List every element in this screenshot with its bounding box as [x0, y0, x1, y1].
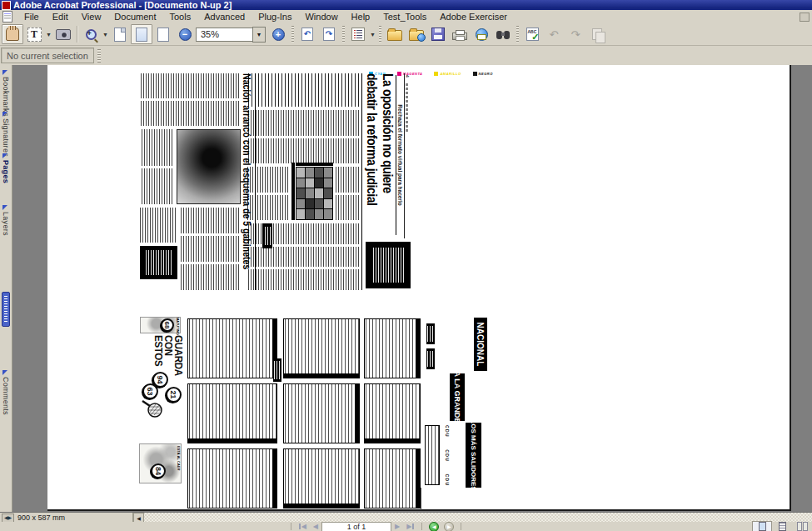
email-button[interactable]: [471, 24, 492, 44]
zoom-in-button[interactable]: +: [267, 24, 289, 44]
tennis-racket-illustration: [141, 398, 162, 418]
body-text-columns: [140, 129, 172, 204]
single-page-layout-button[interactable]: [752, 521, 772, 531]
spell-check-icon: [526, 28, 539, 41]
fit-width-icon: [157, 28, 169, 42]
fit-page-button[interactable]: [131, 24, 152, 44]
previous-page-button[interactable]: ◀: [310, 523, 321, 530]
splitter-toggle-icon[interactable]: ◀▶: [2, 513, 14, 523]
open-web-folder-icon: [409, 30, 424, 41]
secondary-headline: Nación arrancó con el esquema de 5 gabin…: [241, 73, 252, 264]
page-number-field[interactable]: 1 of 1: [321, 522, 391, 531]
first-page-button[interactable]: ◀: [296, 523, 310, 530]
main-headline: La oposición no quiere debatir la reform…: [364, 73, 396, 210]
zoom-in-icon: +: [272, 28, 285, 41]
print-button[interactable]: [449, 24, 471, 44]
tab-pages[interactable]: Pages: [1, 160, 11, 183]
toolbar-grip[interactable]: [342, 26, 345, 43]
task-list-button[interactable]: [347, 24, 369, 44]
search-button[interactable]: [492, 24, 514, 44]
toolbar-grip[interactable]: [379, 26, 381, 43]
last-page-button[interactable]: ▶: [403, 523, 417, 530]
window-title: Adobe Acrobat Professional - [Documento …: [13, 0, 232, 10]
next-page-button[interactable]: ▶: [391, 523, 403, 530]
black-swatch-icon: [473, 72, 477, 76]
title-bar: Adobe Acrobat Professional - [Documento …: [0, 0, 812, 10]
yellow-swatch-icon: [434, 72, 438, 76]
lottery-number-circle: 63: [142, 383, 158, 399]
open-from-web-button[interactable]: [406, 24, 427, 44]
document-canvas[interactable]: CYAN MAGENTA AMARILLO NEGRO: [12, 65, 812, 512]
work-area: Bookmarks Signatures Pages Layers Commen…: [0, 65, 812, 512]
toolbar-grip[interactable]: [291, 26, 294, 43]
rotate-clockwise-button[interactable]: ↷: [318, 24, 340, 44]
page-folio: 4: [405, 75, 410, 78]
panel-splitter-handle[interactable]: [2, 292, 10, 327]
page-position-text: 1 of 1: [347, 523, 366, 531]
continuous-layout-button[interactable]: [772, 521, 792, 531]
zoom-level-input[interactable]: 35%: [196, 28, 252, 42]
selection-status-box: No current selection: [1, 48, 94, 63]
select-tool-dropdown-arrow[interactable]: ▼: [45, 25, 52, 43]
zoom-level-value: 35%: [201, 29, 219, 39]
menu-edit[interactable]: Edit: [46, 11, 75, 23]
menu-document[interactable]: Document: [107, 11, 162, 23]
document-window-icon[interactable]: [2, 11, 12, 23]
menu-help[interactable]: Help: [345, 11, 377, 23]
pdf-page[interactable]: CYAN MAGENTA AMARILLO NEGRO: [47, 65, 791, 511]
copy-button[interactable]: [586, 24, 608, 44]
selection-toolbar: No current selection: [0, 46, 812, 66]
zoom-tool-button[interactable]: [80, 24, 102, 44]
task-list-dropdown-arrow[interactable]: ▼: [369, 25, 376, 43]
folio-smudge: [406, 83, 408, 133]
menu-file[interactable]: File: [17, 11, 46, 23]
lottery-table: [283, 383, 360, 443]
zoom-level-dropdown-arrow[interactable]: ▼: [252, 27, 266, 43]
next-view-button[interactable]: ▶: [444, 522, 454, 531]
facing-layout-button[interactable]: [792, 521, 812, 531]
hand-tool-button[interactable]: [2, 24, 23, 44]
tab-signatures[interactable]: Signatures: [1, 118, 11, 157]
actual-size-button[interactable]: [109, 24, 131, 44]
menu-tools[interactable]: Tools: [163, 11, 198, 23]
tab-layers[interactable]: Layers: [1, 212, 11, 236]
open-button[interactable]: [384, 24, 406, 44]
spell-check-button[interactable]: [521, 24, 543, 44]
toolbar-grip[interactable]: [97, 49, 101, 63]
crop-mark: [421, 488, 421, 510]
previous-view-button[interactable]: ◀: [429, 522, 439, 531]
undo-button[interactable]: ↶: [543, 24, 565, 44]
hand-icon: [6, 28, 19, 41]
zoom-out-button[interactable]: −: [174, 24, 196, 44]
cartoon-esta-al-caer-label: ESTÁ AL CAER: [177, 446, 181, 470]
tab-bookmarks[interactable]: Bookmarks: [1, 77, 11, 117]
rotate-clockwise-icon: ↷: [323, 28, 335, 41]
actual-size-icon: [114, 28, 126, 42]
rotate-counterclockwise-button[interactable]: ↶: [296, 24, 318, 44]
toolbar-grip[interactable]: [516, 26, 519, 43]
redo-button[interactable]: ↷: [565, 24, 586, 44]
menu-advanced[interactable]: Advanced: [197, 11, 252, 23]
menu-window[interactable]: Window: [298, 11, 344, 23]
menu-adobe-exerciser[interactable]: Adobe Exerciser: [433, 11, 514, 23]
menu-view[interactable]: View: [75, 11, 108, 23]
save-button[interactable]: [427, 24, 449, 44]
draw-label-box: [426, 348, 435, 369]
newspaper-lottery-page: NACIONAL A LA GRANDE LOS MÁS SALIDORES C…: [137, 317, 487, 510]
binoculars-icon: [496, 31, 510, 40]
menu-plugins[interactable]: Plug-Ins: [252, 11, 298, 23]
selection-status-text: No current selection: [7, 51, 88, 61]
tab-comments[interactable]: Comments: [1, 377, 11, 415]
lottery-table-band: [364, 318, 421, 508]
deputies-photo-grid: [296, 167, 333, 220]
snapshot-tool-button[interactable]: [52, 24, 74, 44]
document-restore-button[interactable]: [800, 13, 810, 22]
lottery-table: [283, 318, 360, 378]
select-text-tool-button[interactable]: T: [23, 24, 45, 44]
section-header-los-mas-salidores: LOS MÁS SALIDORES: [466, 423, 481, 488]
cdu-column-headers: C D UC D UC D U: [445, 425, 450, 485]
photo-caption-bar: [291, 163, 295, 220]
zoom-tool-dropdown-arrow[interactable]: ▼: [102, 25, 109, 43]
fit-width-button[interactable]: [152, 24, 174, 44]
menu-test-tools[interactable]: Test_Tools: [376, 11, 433, 23]
